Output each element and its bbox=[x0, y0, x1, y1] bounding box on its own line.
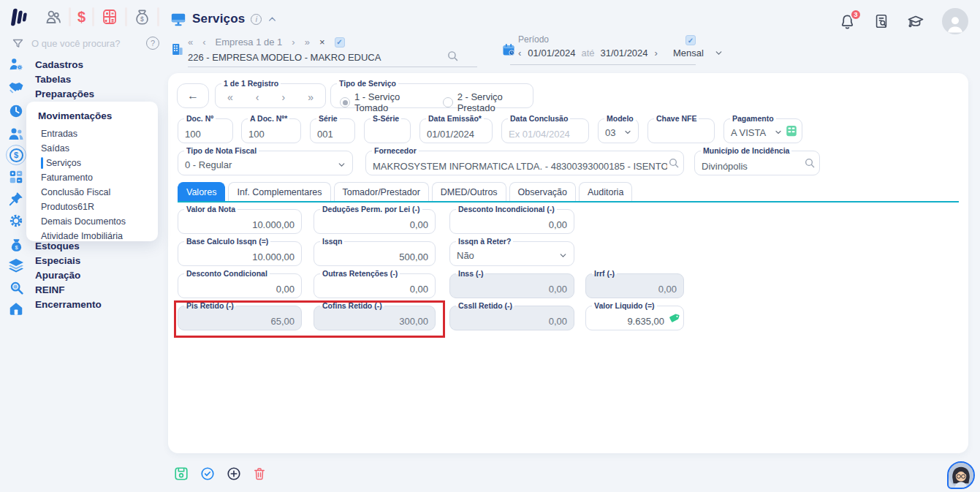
first-record-button[interactable]: « bbox=[227, 91, 233, 103]
topbar-right: 3 bbox=[839, 8, 968, 34]
last-record-button[interactable]: » bbox=[308, 91, 314, 103]
sidebar-item-especiais[interactable]: Especiais bbox=[35, 255, 80, 267]
page-header: Serviços i bbox=[170, 11, 277, 27]
company-search-icon[interactable] bbox=[447, 50, 459, 62]
tab-observacao[interactable]: Observação bbox=[509, 182, 576, 201]
help-icon[interactable]: ? bbox=[146, 37, 159, 50]
magnifier-icon-sidebar[interactable] bbox=[9, 280, 24, 295]
calculator-icon[interactable] bbox=[101, 8, 118, 26]
s-serie-field: S-Série bbox=[364, 118, 411, 143]
company-checkbox[interactable]: ✓ bbox=[335, 37, 345, 48]
moneybag-icon[interactable]: $ bbox=[134, 9, 151, 26]
chevron-down-icon[interactable] bbox=[714, 48, 723, 58]
company-pager-label: Empresa 1 de 1 bbox=[216, 37, 283, 48]
popup-title[interactable]: Movimentações bbox=[26, 109, 158, 126]
prev-record-button[interactable]: ‹ bbox=[256, 91, 259, 103]
prev-period-button[interactable]: ‹ bbox=[518, 48, 521, 58]
period-start-date[interactable]: 01/01/2024 bbox=[528, 48, 575, 58]
radio-servico-prestado-label: 2 - Serviço Prestado bbox=[457, 91, 533, 113]
chave-nfe-field: Chave NFE bbox=[647, 118, 715, 143]
issqn-reter-select[interactable]: Issqn à Reter? Não bbox=[449, 241, 574, 266]
popup-item-produtos61r[interactable]: Produtos61R bbox=[26, 200, 158, 214]
calculator-grid-icon[interactable] bbox=[8, 169, 24, 185]
last-page-button[interactable]: » bbox=[305, 37, 310, 48]
sidebar-item-encerramento[interactable]: Encerramento bbox=[35, 299, 102, 311]
tab-valores[interactable]: Valores bbox=[178, 182, 225, 201]
app-logo[interactable] bbox=[9, 7, 31, 27]
popup-item-saidas[interactable]: Saídas bbox=[26, 141, 158, 156]
next-page-button[interactable]: › bbox=[292, 37, 295, 48]
tab-inf-complementares[interactable]: Inf. Complementares bbox=[228, 182, 330, 201]
document-search-icon[interactable] bbox=[873, 13, 889, 29]
period-selector: Período ✓ ‹ 01/01/2024 até 31/01/2024 › … bbox=[501, 34, 713, 69]
handshake-icon[interactable] bbox=[7, 79, 25, 96]
doc-no-field: Doc. Nº bbox=[178, 118, 233, 143]
modelo-select[interactable]: Modelo 03 bbox=[598, 118, 639, 143]
clock-icon[interactable] bbox=[8, 103, 24, 119]
divider bbox=[92, 7, 94, 26]
confirm-button[interactable] bbox=[200, 466, 216, 482]
company-name[interactable]: 226 - EMPRESA MODELO - MAKRO EDUCA bbox=[188, 52, 469, 63]
next-period-button[interactable]: › bbox=[655, 48, 658, 58]
fornecedor-search-icon[interactable] bbox=[668, 157, 680, 169]
sidebar-item-tabelas[interactable]: Tabelas bbox=[35, 74, 71, 86]
tab-tomador-prestador[interactable]: Tomador/Prestador bbox=[334, 182, 429, 201]
popup-item-entradas[interactable]: Entradas bbox=[26, 126, 158, 141]
popup-item-faturamento[interactable]: Faturamento bbox=[26, 170, 158, 185]
dollar-icon[interactable]: $ bbox=[77, 8, 86, 26]
house-icon[interactable] bbox=[8, 300, 24, 317]
popup-item-demais-documentos[interactable]: Demais Documentos bbox=[26, 214, 158, 229]
tab-dmed-outros[interactable]: DMED/Outros bbox=[432, 182, 506, 201]
pis-retido-field: Pis Retido (-) bbox=[178, 306, 302, 330]
payment-calculator-icon[interactable] bbox=[785, 124, 798, 137]
people-group-icon[interactable] bbox=[7, 125, 25, 143]
chevron-up-icon[interactable] bbox=[267, 15, 277, 24]
filter-funnel-icon[interactable] bbox=[12, 37, 24, 50]
period-mode-select[interactable]: Mensal bbox=[673, 48, 704, 58]
user-avatar[interactable] bbox=[942, 8, 968, 34]
sidebar-item-cadastros[interactable]: Cadastros bbox=[35, 59, 83, 71]
tipo-nota-select[interactable]: Tipo de Nota Fiscal 0 - Regular bbox=[178, 151, 353, 175]
notifications-bell-icon[interactable]: 3 bbox=[839, 13, 856, 30]
period-end-date[interactable]: 31/01/2024 bbox=[601, 48, 648, 58]
gear-icon[interactable] bbox=[8, 213, 24, 229]
municipio-search-icon[interactable] bbox=[804, 157, 816, 169]
first-page-button[interactable]: « bbox=[188, 37, 193, 48]
sidebar-item-reinf[interactable]: REINF bbox=[35, 284, 65, 296]
divider bbox=[69, 7, 71, 26]
cofins-retido-field: Cofins Retido (-) bbox=[314, 306, 436, 330]
data-conclusao-field: Data Conclusão bbox=[501, 118, 589, 143]
sidebar-item-preparacoes[interactable]: Preparações bbox=[35, 88, 94, 100]
popup-item-conclusao-fiscal[interactable]: Conclusão Fiscal bbox=[26, 185, 158, 200]
person-gear-icon[interactable] bbox=[8, 56, 24, 72]
pagamento-select[interactable]: Pagamento A VISTA bbox=[723, 118, 802, 143]
layers-icon[interactable] bbox=[7, 257, 25, 274]
delete-button[interactable] bbox=[252, 466, 267, 481]
prev-page-button[interactable]: ‹ bbox=[202, 37, 205, 48]
add-button[interactable] bbox=[226, 466, 242, 482]
valor-nota-field: Valor da Nota bbox=[178, 209, 302, 234]
dollar-circle-icon-active[interactable]: $ bbox=[6, 145, 26, 165]
graduation-cap-icon[interactable] bbox=[907, 12, 924, 30]
popup-item-servicos[interactable]: Serviços bbox=[26, 156, 158, 170]
radio-servico-tomado[interactable] bbox=[340, 97, 350, 107]
tab-auditoria[interactable]: Auditoria bbox=[579, 182, 632, 201]
company-selector: « ‹ Empresa 1 de 1 › » × ✓ 226 - EMPRESA… bbox=[170, 37, 485, 69]
back-button[interactable]: ← bbox=[177, 83, 209, 108]
period-label: Período bbox=[518, 34, 549, 45]
popup-item-atividade-imobiliaria[interactable]: Atividade Imobiliária bbox=[26, 229, 158, 243]
sidebar-item-apuracao[interactable]: Apuração bbox=[35, 270, 80, 281]
moneybag-icon-sidebar[interactable]: $ bbox=[9, 238, 24, 253]
desconto-condicional-field: Desconto Condicional bbox=[178, 273, 302, 298]
search-input[interactable]: O que você procura? bbox=[31, 38, 139, 49]
pushpin-icon[interactable] bbox=[8, 191, 24, 207]
next-record-button[interactable]: › bbox=[282, 91, 286, 103]
assistant-avatar[interactable] bbox=[947, 461, 975, 489]
people-icon[interactable] bbox=[45, 8, 62, 26]
service-type-fieldset: Tipo de Serviço 1 - Serviço Tomado 2 - S… bbox=[330, 83, 533, 108]
clear-company-icon[interactable]: × bbox=[319, 37, 325, 48]
info-icon[interactable]: i bbox=[251, 14, 262, 25]
radio-servico-prestado[interactable] bbox=[443, 97, 453, 107]
save-button[interactable] bbox=[173, 466, 189, 482]
period-checkbox[interactable]: ✓ bbox=[685, 35, 696, 45]
